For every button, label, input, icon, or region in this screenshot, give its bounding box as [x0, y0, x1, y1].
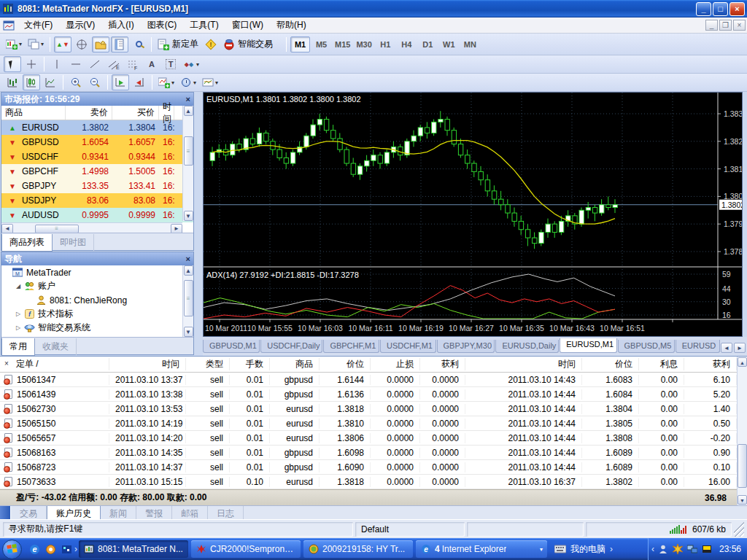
market-watch-row-gbpchf[interactable]: ▼GBPCHF 1.4998 1.5005 16: — [1, 164, 193, 179]
chart-tab-gbpusd-m5[interactable]: GBPUSD,M5 — [618, 340, 675, 353]
timeframe-mn[interactable]: MN — [460, 36, 480, 52]
terminal-col-0[interactable]: 定单 / — [0, 358, 109, 370]
templates-button[interactable]: ▾ — [200, 74, 220, 90]
zoom-out-button[interactable] — [86, 74, 104, 90]
child-minimize-icon[interactable]: _ — [705, 20, 718, 31]
internet-explorer-icon[interactable]: e — [27, 541, 42, 557]
navigator-tab-[interactable]: 收藏夹 — [35, 338, 77, 355]
terminal-column-headers[interactable]: 定单 /时间类型手数商品价位止损获利时间价位利息获利 — [0, 357, 747, 373]
terminal-col-4[interactable]: 商品 — [270, 358, 320, 370]
desktop-toolbar-label[interactable]: 我的电脑 — [570, 543, 605, 556]
auto-scroll-button[interactable] — [112, 74, 129, 90]
taskbar-clock[interactable]: 23:56 — [719, 544, 741, 554]
menu-v[interactable]: 显示(V) — [59, 17, 101, 34]
zoom-in-button[interactable] — [67, 74, 85, 90]
crosshair-button[interactable] — [23, 56, 40, 72]
terminal-col-2[interactable]: 类型 — [186, 358, 230, 370]
terminal-col-1[interactable]: 时间 — [109, 358, 186, 370]
child-close-icon[interactable]: × — [733, 20, 746, 31]
collapse-icon[interactable]: ◢ — [16, 283, 23, 289]
navigator-vscrollbar[interactable]: ▲ ≡ ▼ — [182, 265, 193, 337]
market-watch-row-eurusd[interactable]: ▲EURUSD 1.3802 1.3804 16: — [1, 120, 193, 135]
order-row[interactable]: 15073633 2011.03.10 15:15 sell 0.10 euru… — [0, 475, 747, 489]
scroll-down-icon[interactable]: ▼ — [184, 327, 193, 337]
starburst-icon[interactable] — [673, 544, 684, 555]
desktop-expand-icon[interactable]: › — [610, 544, 613, 554]
market-watch-col-bid[interactable]: 卖价 — [66, 106, 112, 120]
chart-tab-gbpusd-m1[interactable]: GBPUSD,M1 — [203, 340, 260, 353]
equidistant-channel-button[interactable]: E — [105, 56, 123, 72]
timeframe-m15[interactable]: M15 — [333, 36, 352, 52]
market-watch-row-gbpjpy[interactable]: ▼GBPJPY 133.35 133.41 16: — [1, 179, 193, 193]
person-icon[interactable] — [658, 544, 669, 555]
chart-tab-eurusd[interactable]: EURUSD — [676, 340, 720, 353]
status-profile[interactable]: Default — [355, 522, 465, 537]
taskbar-button-8081-metatrader-n[interactable]: 8081: MetaTrader N... — [79, 540, 188, 558]
market-watch-tab-[interactable]: 商品列表 — [1, 234, 53, 252]
order-row[interactable]: 15068723 2011.03.10 14:37 sell 0.01 gbpu… — [0, 460, 747, 475]
scroll-down-icon[interactable]: ▼ — [184, 211, 193, 221]
strategy-tester-toggle[interactable] — [130, 36, 147, 52]
navigator-close-icon[interactable]: × — [186, 254, 190, 263]
market-watch-column-headers[interactable]: 商品卖价买价时间 — [1, 106, 193, 120]
menu-f[interactable]: 文件(F) — [18, 17, 59, 34]
docked-panel-vertical-tab[interactable] — [0, 506, 11, 521]
chart-tab-gbpjpy-m30[interactable]: GBPJPY,M30 — [437, 340, 495, 353]
headset-icon[interactable] — [43, 541, 58, 557]
chart-tab-usdchf-m1[interactable]: USDCHF,M1 — [380, 340, 436, 353]
maximize-icon[interactable]: □ — [713, 2, 728, 16]
market-watch-row-gbpusd[interactable]: ▼GBPUSD 1.6054 1.6057 16: — [1, 135, 193, 149]
terminal-vscrollbar[interactable]: ▲ ▼ — [737, 357, 747, 505]
chart-tab-gbpchf-m1[interactable]: GBPCHF,M1 — [323, 340, 379, 353]
bar-chart-button[interactable] — [4, 74, 21, 90]
order-row[interactable]: 15061347 2011.03.10 13:37 sell 0.01 gbpu… — [0, 373, 747, 387]
tab-scroll-left-icon[interactable]: ◄ — [721, 343, 732, 353]
market-watch-close-icon[interactable]: × — [186, 95, 190, 104]
order-row[interactable]: 15065150 2011.03.10 14:19 sell 0.01 euru… — [0, 416, 747, 431]
scroll-up-icon[interactable]: ▲ — [738, 357, 747, 367]
periods-button[interactable]: ▾ — [178, 74, 198, 90]
menu-t[interactable]: 工具(T) — [183, 17, 225, 34]
scroll-up-icon[interactable]: ▲ — [184, 265, 193, 276]
navigator-toggle[interactable] — [92, 36, 109, 52]
new-chart-button[interactable]: ▾ — [4, 36, 24, 52]
taskbar-button-4-internet-explorer[interactable]: e 4Internet Explorer ▾ — [416, 540, 547, 558]
profiles-button[interactable]: ▾ — [26, 36, 46, 52]
market-watch-col-time[interactable]: 时间 — [159, 106, 174, 120]
market-watch-toggle[interactable]: ▲▼ — [54, 36, 71, 52]
timeframe-w1[interactable]: W1 — [439, 36, 459, 52]
scroll-thumb[interactable] — [738, 444, 747, 488]
market-watch-row-audusd[interactable]: ▼AUDUSD 0.9995 0.9999 16: — [1, 208, 193, 222]
data-window-toggle[interactable] — [73, 36, 90, 52]
chart-tab-usdchf-daily[interactable]: USDCHF,Daily — [260, 340, 322, 353]
timeframe-d1[interactable]: D1 — [418, 36, 438, 52]
price-chart[interactable]: 1.38351.38251.38151.38051.37951.37855944… — [204, 93, 742, 336]
menu-h[interactable]: 帮助(H) — [270, 17, 313, 34]
horizontal-line-button[interactable] — [67, 56, 85, 72]
market-watch-tab-[interactable]: 即时图 — [53, 234, 94, 251]
navigator-item-[interactable]: ▷ 智能交易系统 — [1, 321, 193, 335]
trendline-button[interactable] — [86, 56, 104, 72]
fibonacci-button[interactable]: F — [124, 56, 142, 72]
navigator-item-[interactable]: ◢ 账户 — [1, 279, 193, 293]
terminal-close-icon[interactable]: × — [1, 358, 12, 368]
navigator-item-[interactable]: ▷ f 技术指标 — [1, 307, 193, 321]
terminal-col-8[interactable]: 时间 — [465, 358, 582, 370]
scroll-down-icon[interactable]: ▼ — [738, 495, 747, 505]
navigator-item-metatrader[interactable]: M MetaTrader — [1, 265, 193, 279]
scroll-thumb[interactable]: ≡ — [184, 136, 193, 166]
menu-w[interactable]: 窗口(W) — [225, 17, 270, 34]
terminal-toggle[interactable] — [111, 36, 128, 52]
expert-advisors-button[interactable]: 智能交易 — [221, 36, 275, 52]
terminal-col-5[interactable]: 价位 — [320, 358, 371, 370]
text-label-button[interactable]: T — [162, 56, 179, 72]
scroll-up-icon[interactable]: ▲ — [184, 106, 193, 116]
navigator-tab-[interactable]: 常用 — [1, 338, 35, 356]
order-row[interactable]: 15062730 2011.03.10 13:53 sell 0.01 euru… — [0, 402, 747, 416]
child-restore-icon[interactable]: ❐ — [719, 20, 732, 31]
terminal-col-10[interactable]: 利息 — [639, 358, 684, 370]
timeframe-h1[interactable]: H1 — [376, 36, 395, 52]
new-order-button[interactable]: 新定单 — [155, 36, 201, 52]
hide-tray-icons-icon[interactable]: ‹ — [651, 544, 654, 554]
timeframe-m5[interactable]: M5 — [311, 36, 331, 52]
